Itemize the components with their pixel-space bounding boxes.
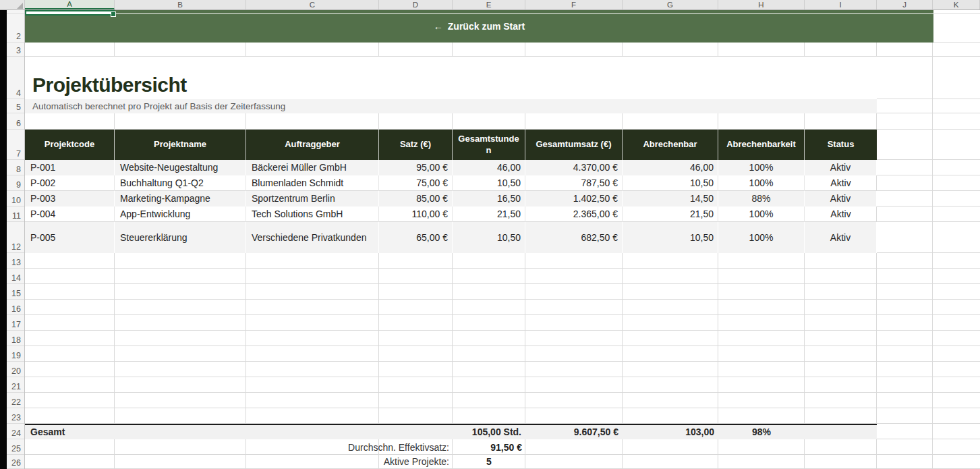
row-header-8[interactable]: 8 <box>7 160 24 175</box>
cell[interactable]: P-002 <box>25 175 115 191</box>
table-header-cell[interactable]: Projektname <box>115 130 246 160</box>
stat-value[interactable]: 5 <box>453 455 525 469</box>
total-cell[interactable] <box>115 425 246 439</box>
row-header-4[interactable]: 4 <box>7 57 24 99</box>
cell[interactable]: Marketing-Kampagne <box>115 191 246 206</box>
column-header-C[interactable]: C <box>246 0 379 9</box>
table-header-cell[interactable]: Status <box>805 130 877 160</box>
spreadsheet-grid[interactable]: ← Zurück zum Start Projektübersicht Auto… <box>25 10 980 469</box>
table-header-cell[interactable]: Gesamtstunden <box>453 130 525 160</box>
cell[interactable]: P-003 <box>25 191 115 206</box>
cell[interactable]: 1.402,50 € <box>525 191 623 206</box>
cell[interactable]: Aktiv <box>805 222 877 253</box>
row-header-14[interactable]: 14 <box>7 269 24 284</box>
cell[interactable]: 46,00 <box>453 160 525 175</box>
row-header-19[interactable]: 19 <box>7 346 24 362</box>
row-header-2[interactable]: 2 <box>7 14 24 43</box>
row-header-9[interactable]: 9 <box>7 175 24 191</box>
cell[interactable]: P-004 <box>25 206 115 222</box>
cell[interactable]: 21,50 <box>453 206 525 222</box>
column-header-K[interactable]: K <box>933 0 980 9</box>
cell[interactable]: 100% <box>718 175 805 191</box>
cell[interactable]: Sportzentrum Berlin <box>246 191 379 206</box>
table-header-cell[interactable]: Gesamtumsatz (€) <box>525 130 623 160</box>
cell[interactable]: 10,50 <box>623 222 718 253</box>
row-header-23[interactable]: 23 <box>7 408 24 424</box>
row-header-3[interactable]: 3 <box>7 43 24 57</box>
row-header-21[interactable]: 21 <box>7 377 24 393</box>
cell[interactable]: 88% <box>718 191 805 206</box>
total-cell[interactable]: 98% <box>718 425 805 439</box>
row-header-20[interactable]: 20 <box>7 362 24 377</box>
row-header-24[interactable]: 24 <box>7 424 24 439</box>
row-header-5[interactable]: 5 <box>7 99 24 113</box>
cell[interactable]: 10,50 <box>453 175 525 191</box>
row-header-6[interactable]: 6 <box>7 113 24 130</box>
cell[interactable]: 16,50 <box>453 191 525 206</box>
cell[interactable]: 21,50 <box>623 206 718 222</box>
row-header-17[interactable]: 17 <box>7 315 24 331</box>
cell[interactable]: 85,00 € <box>379 191 453 206</box>
fill-handle[interactable] <box>111 11 116 17</box>
cell[interactable]: 75,00 € <box>379 175 453 191</box>
cell[interactable]: Bäckerei Müller GmbH <box>246 160 379 175</box>
cell[interactable]: 4.370,00 € <box>525 160 623 175</box>
back-to-start-button[interactable]: ← Zurück zum Start <box>25 10 933 43</box>
stat-label[interactable]: Aktive Projekte: <box>25 455 453 469</box>
total-cell[interactable] <box>379 425 453 439</box>
table-header-cell[interactable]: Satz (€) <box>379 130 453 160</box>
cell[interactable]: App-Entwicklung <box>115 206 246 222</box>
cell[interactable]: Buchhaltung Q1-Q2 <box>115 175 246 191</box>
select-all-corner[interactable] <box>7 0 25 9</box>
cell[interactable]: 100% <box>718 206 805 222</box>
row-header-7[interactable]: 7 <box>7 130 24 160</box>
cell[interactable]: Aktiv <box>805 206 877 222</box>
cell[interactable]: Blumenladen Schmidt <box>246 175 379 191</box>
column-header-J[interactable]: J <box>877 0 933 9</box>
cell[interactable]: 65,00 € <box>379 222 453 253</box>
column-header-E[interactable]: E <box>453 0 525 9</box>
row-header-15[interactable]: 15 <box>7 284 24 300</box>
cell[interactable]: P-001 <box>25 160 115 175</box>
cell[interactable]: 682,50 € <box>525 222 623 253</box>
row-header-10[interactable]: 10 <box>7 191 24 206</box>
total-cell[interactable] <box>246 425 379 439</box>
column-header-H[interactable]: H <box>718 0 805 9</box>
cell[interactable]: 46,00 <box>623 160 718 175</box>
total-cell[interactable] <box>805 425 877 439</box>
column-header-G[interactable]: G <box>623 0 718 9</box>
cell[interactable]: 14,50 <box>623 191 718 206</box>
cell[interactable]: 95,00 € <box>379 160 453 175</box>
table-header-cell[interactable]: Abrechenbar <box>623 130 718 160</box>
row-header-26[interactable]: 26 <box>7 455 24 469</box>
cell[interactable]: Aktiv <box>805 175 877 191</box>
cell[interactable]: Aktiv <box>805 191 877 206</box>
table-header-cell[interactable]: Abrechenbarkeit <box>718 130 805 160</box>
stat-value[interactable]: 91,50 € <box>453 439 525 455</box>
total-cell[interactable]: 103,00 <box>623 425 718 439</box>
table-header-cell[interactable]: Auftraggeber <box>246 130 379 160</box>
cell[interactable]: Tech Solutions GmbH <box>246 206 379 222</box>
total-cell[interactable]: 105,00 Std. <box>453 425 525 439</box>
column-header-B[interactable]: B <box>115 0 246 9</box>
total-cell[interactable]: Gesamt <box>25 425 115 439</box>
cell[interactable]: Aktiv <box>805 160 877 175</box>
cell[interactable]: 2.365,00 € <box>525 206 623 222</box>
table-header-cell[interactable]: Projektcode <box>25 130 115 160</box>
column-header-A[interactable]: A <box>25 0 115 9</box>
cell[interactable]: 787,50 € <box>525 175 623 191</box>
cell[interactable]: Steuererklärung <box>115 222 246 253</box>
row-header-18[interactable]: 18 <box>7 331 24 346</box>
cell[interactable]: 100% <box>718 160 805 175</box>
row-header-22[interactable]: 22 <box>7 393 24 408</box>
column-header-I[interactable]: I <box>805 0 877 9</box>
cell[interactable]: P-005 <box>25 222 115 253</box>
row-header-25[interactable]: 25 <box>7 439 24 455</box>
selected-cell-a1[interactable] <box>25 10 115 16</box>
cell[interactable]: 100% <box>718 222 805 253</box>
row-header-16[interactable]: 16 <box>7 300 24 315</box>
cell[interactable]: 10,50 <box>623 175 718 191</box>
row-header-11[interactable]: 11 <box>7 206 24 222</box>
row-header-12[interactable]: 12 <box>7 222 24 253</box>
cell[interactable]: 10,50 <box>453 222 525 253</box>
